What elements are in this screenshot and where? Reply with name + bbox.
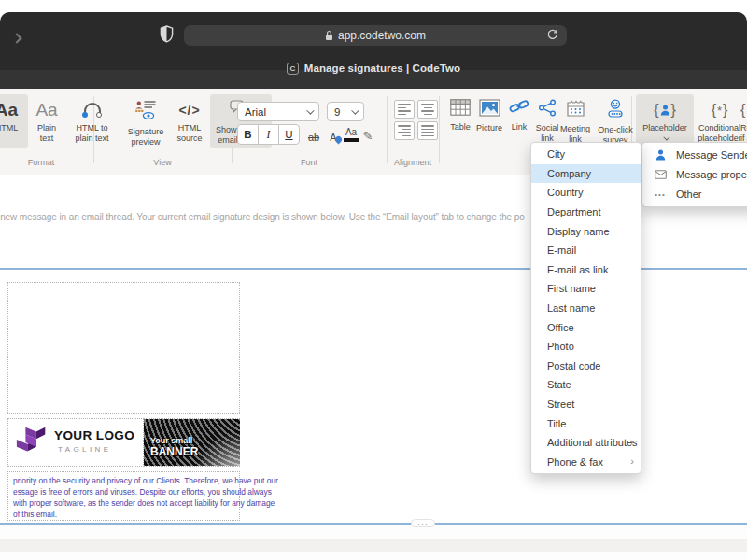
ellipsis-icon: ••• [654, 190, 667, 199]
html-to-plain-label: HTML to plain text [75, 123, 108, 143]
submenu-item-city[interactable]: City [531, 145, 641, 164]
banner-line2: BANNER [150, 446, 198, 457]
insert-link-button[interactable]: Link [504, 95, 534, 133]
editor-info-text: a new message in an email thread. Your c… [0, 212, 525, 222]
group-label-format: Format [0, 158, 82, 167]
address-bar[interactable]: app.codetwo.com [184, 25, 567, 46]
submenu-item-display-name[interactable]: Display name [531, 221, 641, 241]
font-color-button[interactable]: Aa [343, 126, 359, 143]
submenu-item-last-name[interactable]: Last name [531, 299, 641, 318]
clipped-brace-icon: { [740, 100, 745, 120]
chevron-down-icon [663, 133, 669, 140]
font-size-value: 9 [334, 106, 340, 118]
picture-icon [479, 99, 500, 120]
strikethrough-icon: ab [308, 132, 319, 143]
strikethrough-button[interactable]: ab [305, 126, 322, 143]
highlight-icon: A [330, 132, 336, 143]
html-to-plain-icon [82, 100, 103, 120]
placeholder-field-submenu: City Company Country Department Display … [530, 142, 641, 474]
submenu-item-phone-fax[interactable]: Phone & fax› [531, 453, 641, 472]
submenu-item-office[interactable]: Office [531, 317, 641, 337]
font-size-select[interactable]: 9 [327, 102, 364, 121]
plain-text-label: Plain text [37, 123, 56, 143]
html-to-plain-button[interactable]: HTML to plain text [65, 94, 119, 148]
disclaimer-line: priority on the security and privacy of … [13, 475, 234, 486]
code-icon: </> [178, 100, 200, 120]
clipped-ribbon-button[interactable]: { Re if b [736, 94, 747, 148]
company-logo [15, 424, 50, 463]
submenu-item-street[interactable]: Street [531, 395, 641, 414]
codetwo-favicon: C [287, 63, 299, 75]
signature-preview-button[interactable]: Signature preview [122, 94, 169, 148]
clipped-label-line1: Re [740, 123, 747, 133]
align-center-button[interactable] [417, 100, 438, 119]
group-label-view: View [93, 158, 232, 167]
signature-preview-label: Signature preview [128, 127, 164, 147]
submenu-item-state[interactable]: State [531, 375, 641, 395]
align-right-button[interactable] [394, 121, 415, 140]
submenu-arrow-icon: › [630, 436, 634, 447]
font-color-swatch [344, 138, 359, 142]
link-label: Link [512, 122, 528, 133]
italic-button[interactable]: I [258, 124, 279, 145]
table-label: Table [450, 122, 471, 133]
insert-meeting-link-button[interactable]: Meeting link [558, 95, 592, 144]
font-color-icon: Aa [345, 127, 357, 137]
conditional-placeholder-icon: {*} [712, 100, 728, 120]
shield-icon[interactable] [160, 25, 174, 47]
submenu-item-title[interactable]: Title [531, 413, 641, 433]
placeholder-menu: Message Sender Message properties ••• Ot… [641, 142, 747, 207]
submenu-item-company[interactable]: Company [531, 164, 641, 184]
submenu-item-additional-attributes[interactable]: Additional attributes› [531, 433, 641, 453]
html-mode-button[interactable]: Aa HTML [0, 94, 28, 148]
placeholder-button[interactable]: { } Placeholder [636, 94, 694, 148]
menu-item-message-properties[interactable]: Message properties [642, 164, 747, 184]
forward-button[interactable] [13, 29, 21, 46]
disclaimer-line: with proper software, as the sender does… [13, 497, 234, 509]
placeholder-label: Placeholder [642, 123, 687, 133]
plain-text-mode-button[interactable]: Aa Plain text [30, 94, 63, 148]
envelope-icon [654, 170, 667, 179]
group-separator [439, 96, 440, 163]
placeholder-icon: { } [654, 100, 676, 120]
menu-item-other[interactable]: ••• Other [642, 185, 747, 204]
meeting-link-label: Meeting link [560, 124, 590, 144]
font-family-select[interactable]: Arial [237, 102, 319, 121]
screenshot-root: { "browser": { "url": "app.codetwo.com",… [0, 0, 747, 560]
signature-disclaimer-block[interactable]: priority on the security and privacy of … [7, 471, 240, 521]
align-left-button[interactable] [394, 100, 415, 119]
submenu-item-photo[interactable]: Photo [531, 337, 641, 357]
underline-button[interactable]: U [278, 124, 300, 145]
smiley-survey-icon [605, 99, 626, 122]
chevron-down-icon [351, 106, 359, 114]
menu-item-message-sender[interactable]: Message Sender [642, 145, 747, 164]
logo-tagline: TAGLINE [58, 445, 111, 454]
insert-picture-button[interactable]: Picture [471, 95, 508, 133]
tab-title: Manage signatures | CodeTwo [304, 63, 460, 74]
reload-button[interactable] [546, 29, 558, 44]
submenu-item-email-as-link[interactable]: E-mail as link [531, 260, 641, 280]
format-painter-button[interactable]: ✎ [361, 126, 374, 143]
bold-button[interactable]: B [237, 124, 259, 145]
calendar-icon [566, 99, 585, 121]
insert-survey-button[interactable]: One-click survey [596, 95, 635, 145]
share-icon [538, 99, 557, 120]
picture-label: Picture [476, 123, 502, 133]
bottom-strip [0, 539, 747, 552]
submenu-item-postal-code[interactable]: Postal code [531, 357, 641, 376]
person-icon [654, 149, 667, 161]
highlight-color-button[interactable]: A [326, 126, 341, 143]
menu-item-label: Message properties [676, 169, 747, 180]
group-label-alignment: Alignment [387, 158, 439, 167]
submenu-item-email[interactable]: E-mail [531, 241, 641, 260]
submenu-item-first-name[interactable]: First name [531, 279, 641, 299]
browser-tab[interactable]: C Manage signatures | CodeTwo [0, 58, 747, 78]
signature-contact-block[interactable] [7, 282, 240, 414]
align-justify-button[interactable] [417, 121, 438, 140]
conditional-placeholder-button[interactable]: {*} Conditional placeholder [698, 94, 741, 148]
submenu-item-country[interactable]: Country [531, 183, 641, 203]
html-source-button[interactable]: </> HTML source [171, 94, 208, 148]
divider-drag-handle[interactable]: ··· [411, 519, 435, 527]
submenu-item-department[interactable]: Department [531, 203, 641, 222]
submenu-arrow-icon: › [630, 455, 634, 467]
